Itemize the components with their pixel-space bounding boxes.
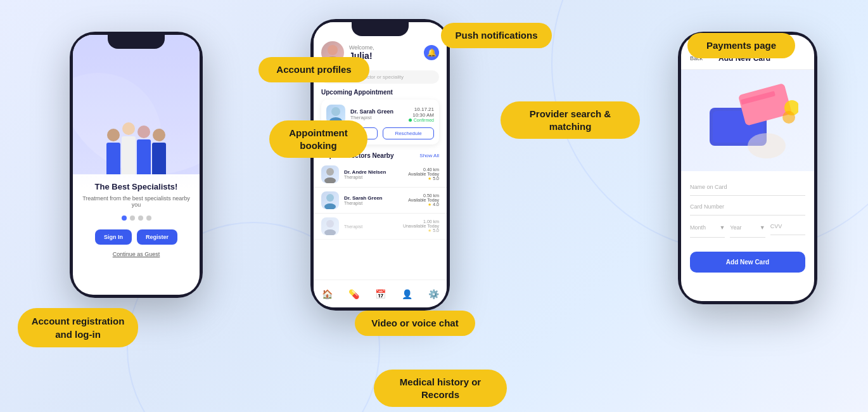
nav-briefcase[interactable]: 💊 (348, 289, 359, 299)
doctor-figure-2 (122, 122, 136, 174)
phone1-frame: The Best Specialists! Treatment from the… (70, 32, 203, 298)
phone1-screen: The Best Specialists! Treatment from the… (73, 35, 200, 295)
doctor-list-item-3[interactable]: Therapist 1.00 km Unavailable Today ★ 5.… (314, 214, 447, 240)
doctor-2-avatar (321, 191, 339, 209)
appointment-doc-specialty: Therapist (350, 115, 393, 120)
phone3-screen: Back Add New Card Name on Card (681, 35, 814, 301)
expiry-cvv-row: Month ▼ Year ▼ CVV (690, 218, 805, 238)
phone1-actions: Sign In Register (80, 229, 192, 245)
month-select[interactable]: Month ▼ (690, 218, 725, 238)
doctor-3-distance: 1.00 km (403, 219, 439, 224)
signin-button[interactable]: Sign In (95, 229, 132, 245)
payment-form: Name on Card Card Number Month ▼ Year ▼ … (681, 171, 814, 245)
dot-2 (130, 216, 135, 221)
video-voice-chat-label: Video or voice chat (355, 311, 475, 336)
doctor-2-name: Dr. Sarah Green (344, 195, 403, 201)
svg-point-5 (324, 177, 336, 183)
doctor-3-meta: 1.00 km Unavailable Today ★ 5.0 (403, 219, 439, 233)
svg-point-16 (782, 111, 795, 124)
phone3-frame: Back Add New Card Name on Card (678, 32, 817, 304)
doctor-figure-3 (137, 126, 151, 174)
nav-calendar[interactable]: 📅 (375, 289, 386, 299)
month-chevron: ▼ (719, 224, 725, 231)
svg-point-7 (324, 203, 336, 209)
doctor-1-avatar (321, 165, 339, 183)
reschedule-button[interactable]: Reschedule (383, 127, 434, 139)
svg-point-6 (326, 194, 334, 202)
card-illustration (681, 70, 814, 171)
doctor-3-specialty: Therapist (344, 224, 398, 229)
doctor-list-item-2[interactable]: Dr. Sarah Green Therapist 0.50 km Availa… (314, 188, 447, 214)
doctor-2-info: Dr. Sarah Green Therapist (344, 195, 403, 205)
doctor-1-availability: Available Today (408, 172, 439, 176)
appointment-doc-info: Dr. Sarah Green Therapist (350, 108, 393, 120)
year-chevron: ▼ (760, 224, 765, 231)
appointment-time-section: 10.17.21 10:30 AM Confirmed (409, 106, 434, 122)
guest-link[interactable]: Continue as Guest (80, 251, 192, 257)
svg-point-2 (331, 107, 340, 116)
provider-search-label: Provider search & matching (501, 101, 640, 139)
doctor-3-info: Therapist (344, 224, 398, 229)
push-notifications-label: Push notifications (441, 23, 552, 48)
phone1-description: Treatment from the best specialists near… (80, 195, 192, 208)
doctor-figure-1 (106, 129, 120, 174)
card-number-field[interactable]: Card Number (690, 198, 805, 216)
phone1-content: The Best Specialists! Treatment from the… (73, 174, 200, 265)
doctor-2-distance: 0.50 km (408, 193, 439, 198)
appointment-time-value: 10:30 AM (409, 112, 434, 118)
doctor-1-meta: 0.40 km Available Today ★ 5.0 (408, 167, 439, 181)
add-new-card-button[interactable]: Add New Card (690, 252, 805, 273)
month-label: Month (690, 224, 706, 231)
doctor-1-rating: ★ 5.0 (408, 176, 439, 181)
svg-point-4 (326, 168, 334, 176)
welcome-text: Welcome, (349, 44, 374, 51)
svg-point-9 (324, 229, 336, 235)
show-all-link[interactable]: Show All (419, 153, 439, 158)
dot-1 (122, 216, 127, 221)
name-on-card-field[interactable]: Name on Card (690, 179, 805, 196)
dot-3 (138, 216, 143, 221)
year-label: Year (730, 224, 741, 231)
svg-point-0 (328, 45, 338, 55)
payments-page-label: Payments page (687, 33, 795, 58)
svg-point-8 (326, 220, 334, 228)
svg-point-14 (748, 133, 786, 158)
cvv-field[interactable]: CVV (770, 218, 805, 235)
appointment-status: Confirmed (409, 118, 434, 122)
medical-history-label: Medical history or Records (374, 370, 507, 407)
phone1-notch (108, 35, 165, 49)
appointment-date: 10.17.21 (409, 106, 434, 112)
nav-profile[interactable]: 👤 (402, 289, 412, 299)
dot-4 (146, 216, 151, 221)
year-select[interactable]: Year ▼ (730, 218, 765, 238)
status-dot (409, 119, 412, 122)
doctor-1-specialty: Therapist (344, 175, 403, 179)
doctor-2-rating: ★ 4.0 (408, 202, 439, 207)
doctor-2-specialty: Therapist (344, 201, 403, 205)
doctor-3-rating: ★ 5.0 (403, 228, 439, 233)
nav-home[interactable]: 🏠 (322, 289, 333, 299)
account-registration-label: Account registration and log-in (18, 308, 138, 347)
phone2-notch (352, 22, 409, 36)
doctor-2-meta: 0.50 km Available Today ★ 4.0 (408, 193, 439, 207)
doctor-2-availability: Available Today (408, 198, 439, 202)
notification-bell[interactable]: 🔔 (424, 45, 439, 60)
wallet-illustration (697, 76, 798, 165)
doctor-3-avatar (321, 217, 339, 235)
phone1-tagline: The Best Specialists! (80, 182, 192, 191)
doctor-list-item-1[interactable]: Dr. Andre Nielsen Therapist 0.40 km Avai… (314, 162, 447, 188)
upcoming-section-title: Upcoming Appointment (314, 89, 447, 100)
bell-icon: 🔔 (427, 48, 437, 57)
carousel-dots (80, 216, 192, 221)
appointment-booking-label: Appointment booking (269, 120, 367, 158)
doctor-3-availability: Unavailable Today (403, 224, 439, 228)
appointment-doc-name: Dr. Sarah Green (350, 108, 393, 115)
doctor-figure-4 (152, 129, 166, 174)
doctor-1-name: Dr. Andre Nielsen (344, 169, 403, 175)
account-profiles-label: Account profiles (258, 57, 369, 82)
bottom-nav: 🏠 💊 📅 👤 ⚙️ (314, 280, 447, 307)
doctor-1-distance: 0.40 km (408, 167, 439, 172)
nav-settings[interactable]: ⚙️ (428, 289, 439, 299)
register-button[interactable]: Register (137, 229, 177, 245)
phone1-hero (73, 35, 200, 174)
